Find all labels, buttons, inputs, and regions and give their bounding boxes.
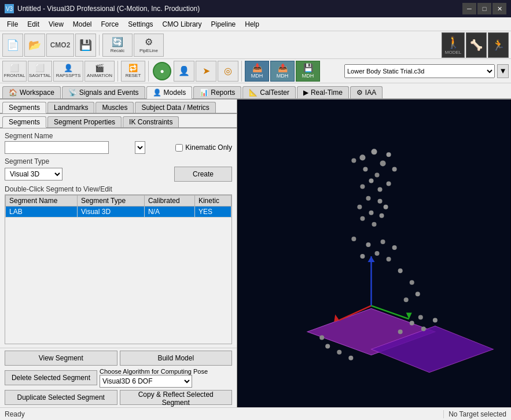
- svg-point-47: [418, 315, 423, 319]
- segment-table-section: Double-Click Segment to View/Edit Segmen…: [5, 185, 232, 344]
- cmo-button[interactable]: CMO2: [46, 34, 74, 57]
- separator-1: [99, 35, 100, 56]
- toolbar-1: 📄 📂 CMO2 💾 🔄 Recalc ⚙ PipELine 🚶 MODEL 🦴…: [0, 31, 511, 59]
- skeleton-icon: 🦴: [470, 39, 483, 51]
- model-button-3[interactable]: 🏃: [488, 32, 509, 58]
- table-row[interactable]: LAB Visual 3D N/A YES: [6, 207, 231, 218]
- left-panel: Segments Landmarks Muscles Subject Data …: [0, 100, 237, 407]
- reports-icon: 📊: [200, 89, 208, 97]
- menu-model[interactable]: Model: [68, 19, 97, 30]
- target-button[interactable]: ◎: [218, 61, 238, 82]
- svg-point-14: [375, 172, 380, 177]
- menu-cmo-library[interactable]: CMO Library: [158, 19, 207, 30]
- sagittal-button[interactable]: ⬜ SAGITTAL: [28, 61, 52, 82]
- segment-name-section: Segment Name Kinematic Only: [5, 132, 232, 154]
- menu-help[interactable]: Help: [240, 19, 264, 30]
- file-dropdown[interactable]: Lower Body Static Trial.c3d: [344, 64, 495, 78]
- table-label: Double-Click Segment to View/Edit: [5, 185, 232, 193]
- menu-settings[interactable]: Settings: [123, 19, 157, 30]
- tab-reports[interactable]: 📊 Reports: [193, 86, 241, 98]
- maximize-button[interactable]: □: [477, 3, 491, 14]
- segment-table-container[interactable]: Segment Name Segment Type Calibrated Kin…: [5, 194, 232, 344]
- copy-reflect-button[interactable]: Copy & Reflect Selected Segment: [120, 390, 233, 405]
- minimize-button[interactable]: ─: [462, 3, 476, 14]
- menu-file[interactable]: File: [2, 19, 23, 30]
- svg-rect-1: [238, 100, 511, 128]
- duplicate-segment-button[interactable]: Duplicate Selected Segment: [5, 390, 117, 405]
- main-area: Segments Landmarks Muscles Subject Data …: [0, 100, 511, 407]
- green-circle-button[interactable]: ●: [153, 62, 171, 80]
- mdh-button-2[interactable]: 📤 MDH: [270, 61, 295, 82]
- col-calibrated: Calibrated: [144, 196, 194, 207]
- cell-kinetic: YES: [194, 207, 231, 218]
- save-button[interactable]: 💾: [75, 34, 96, 57]
- algo-dropdown[interactable]: Visual3D 6 DOF: [100, 375, 192, 388]
- menu-view[interactable]: View: [44, 19, 68, 30]
- frontal-button[interactable]: ⬜ FRONTAL: [2, 61, 27, 82]
- tab-realtime[interactable]: ▶ Real-Time: [297, 86, 349, 98]
- sagittal-icon: ⬜: [35, 64, 45, 72]
- model-button-2[interactable]: 🦴: [466, 32, 487, 58]
- tab-iaa[interactable]: ⚙ IAA: [350, 86, 383, 98]
- sub-tab-landmarks[interactable]: Landmarks: [47, 102, 94, 113]
- recalc-icon: 🔄: [112, 36, 123, 47]
- tab-signals[interactable]: 📡 Signals and Events: [62, 86, 145, 98]
- 3d-scene: [237, 100, 511, 407]
- cell-calibrated: N/A: [144, 207, 194, 218]
- panel-tab-ik[interactable]: IK Constraints: [123, 116, 179, 127]
- tab-models[interactable]: 👤 Models: [146, 86, 193, 99]
- mdh2-icon: 📤: [278, 63, 288, 72]
- svg-point-15: [387, 152, 391, 157]
- realtime-icon: ▶: [303, 89, 308, 97]
- arrow-button[interactable]: ➤: [196, 61, 216, 82]
- panel-tab-properties[interactable]: Segment Properties: [47, 116, 122, 127]
- menu-edit[interactable]: Edit: [23, 19, 44, 30]
- models-label: Models: [164, 89, 186, 97]
- create-button[interactable]: Create: [174, 167, 232, 182]
- runner-icon: 🏃: [492, 39, 505, 51]
- target-icon: ◎: [224, 65, 232, 76]
- menu-force[interactable]: Force: [97, 19, 124, 30]
- svg-point-13: [363, 167, 367, 171]
- model-button-1[interactable]: 🚶 MODEL: [442, 32, 465, 58]
- tab-workspace[interactable]: 🏠 Workspace: [2, 86, 61, 98]
- panel-tabs: Segments Segment Properties IK Constrain…: [0, 114, 237, 128]
- viewport[interactable]: Visual3D v6 Professional™: [237, 100, 511, 407]
- delete-segment-button[interactable]: Delete Selected Segment: [5, 370, 97, 385]
- separator-4: [241, 61, 242, 82]
- close-button[interactable]: ✕: [492, 3, 506, 14]
- panel-tab-segments[interactable]: Segments: [2, 116, 46, 128]
- svg-point-46: [410, 320, 414, 325]
- animation-button[interactable]: 🎬 ANIMATION: [84, 61, 115, 82]
- mdh-button-3[interactable]: 💾 MDH: [296, 61, 320, 82]
- sub-tab-subjectdata[interactable]: Subject Data / Metrics: [135, 102, 215, 113]
- algo-section: Choose Algorithm for Computing Pose Visu…: [100, 368, 232, 388]
- tab-caltester[interactable]: 📐 CalTester: [242, 86, 296, 98]
- realtime-label: Real-Time: [311, 89, 343, 97]
- svg-point-32: [381, 240, 385, 244]
- kinematic-only-checkbox[interactable]: [175, 144, 183, 152]
- pipeline-button[interactable]: ⚙ PipELine: [134, 34, 164, 57]
- segment-type-dropdown[interactable]: Visual 3D: [5, 168, 63, 180]
- new-button[interactable]: 📄: [2, 34, 23, 57]
- build-model-button[interactable]: Build Model: [120, 351, 233, 366]
- col-segment-name: Segment Name: [6, 196, 78, 207]
- file-dropdown-arrow[interactable]: ▼: [497, 64, 509, 78]
- svg-point-33: [392, 245, 397, 250]
- open-button[interactable]: 📂: [24, 34, 45, 57]
- mdh-button-1[interactable]: 📥 MDH: [245, 61, 269, 82]
- recalc-button[interactable]: 🔄 Recalc: [102, 34, 133, 57]
- svg-point-18: [369, 179, 373, 183]
- view-segment-button[interactable]: View Segment: [5, 351, 117, 366]
- sub-tab-muscles[interactable]: Muscles: [95, 102, 134, 113]
- menu-pipeline[interactable]: Pipeline: [207, 19, 241, 30]
- svg-point-21: [387, 182, 391, 186]
- workspace-label: Workspace: [20, 89, 54, 97]
- rapsspts-button[interactable]: 👤 RAPSSPTS: [53, 61, 83, 82]
- segment-name-dropdown[interactable]: [135, 141, 145, 154]
- sub-tab-segments[interactable]: Segments: [2, 102, 46, 113]
- skeleton-button[interactable]: 👤: [174, 61, 194, 82]
- segment-name-input[interactable]: [5, 141, 109, 154]
- btn-row-1: View Segment Build Model: [5, 351, 232, 366]
- reset-button[interactable]: 🔁 RESET: [121, 61, 145, 82]
